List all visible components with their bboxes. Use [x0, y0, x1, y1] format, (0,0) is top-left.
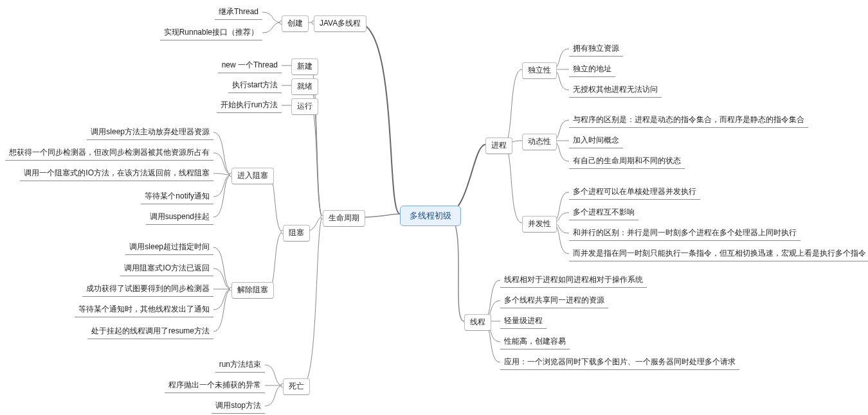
leaf-independence-2: 无授权其他进程无法访问: [569, 83, 662, 98]
leaf-run: 开始执行run方法: [217, 98, 282, 113]
node-process[interactable]: 进程: [485, 137, 512, 154]
node-run[interactable]: 运行: [291, 98, 318, 115]
leaf-enter-1: 想获得一个同步检测器，但改同步检测器被其他资源所占有: [5, 146, 213, 161]
leaf-create-0: 继承Thread: [215, 5, 262, 20]
leaf-exit-2: 成功获得了试图要得到的同步检测器: [82, 282, 213, 297]
leaf-dynamism-0: 与程序的区别是：进程是动态的指令集合，而程序是静态的指令集合: [569, 113, 808, 128]
leaf-enter-4: 调用suspend挂起: [146, 210, 213, 225]
leaf-dynamism-1: 加入时间概念: [569, 134, 623, 148]
leaf-thread-3: 性能高，创建容易: [500, 335, 570, 349]
leaf-exit-0: 调用sleep超过指定时间: [125, 240, 213, 255]
leaf-enter-3: 等待某个notify通知: [141, 190, 213, 204]
leaf-enter-0: 调用sleep方法主动放弃处理器资源: [87, 125, 213, 140]
node-lifecycle[interactable]: 生命周期: [323, 210, 365, 227]
node-dead[interactable]: 死亡: [283, 378, 310, 395]
leaf-exit-4: 处于挂起的线程调用了resume方法: [87, 324, 213, 339]
leaf-concurrency-0: 多个进程可以在单核处理器并发执行: [569, 185, 700, 200]
node-concurrency[interactable]: 并发性: [522, 216, 557, 233]
leaf-enter-2: 调用一个阻塞式的IO方法，在该方法返回前，线程阻塞: [20, 166, 213, 181]
leaf-exit-1: 调用阻塞式IO方法已返回: [120, 261, 213, 276]
leaf-create-1: 实现Runnable接口（推荐）: [160, 26, 262, 40]
node-exit-block[interactable]: 解除阻塞: [231, 282, 274, 299]
node-dynamism[interactable]: 动态性: [522, 134, 557, 150]
leaf-new: new 一个Thread: [218, 58, 282, 73]
node-java[interactable]: JAVA多线程: [314, 15, 366, 32]
node-thread[interactable]: 线程: [464, 314, 491, 331]
leaf-thread-1: 多个线程共享同一进程的资源: [500, 294, 608, 308]
root-node[interactable]: 多线程初级: [400, 206, 461, 226]
leaf-independence-0: 拥有独立资源: [569, 42, 623, 57]
node-block[interactable]: 阻塞: [283, 225, 310, 242]
leaf-ready: 执行start方法: [228, 78, 282, 93]
node-ready[interactable]: 就绪: [291, 78, 318, 95]
leaf-independence-1: 独立的地址: [569, 62, 615, 77]
node-enter-block[interactable]: 进入阻塞: [231, 168, 274, 184]
node-create[interactable]: 创建: [282, 15, 309, 32]
leaf-dynamism-2: 有自己的生命周期和不同的状态: [569, 154, 685, 169]
leaf-dead-2: 调用stop方法: [212, 399, 265, 414]
node-independence[interactable]: 独立性: [522, 62, 557, 79]
leaf-exit-3: 等待某个通知时，其他线程发出了通知: [75, 303, 213, 317]
leaf-concurrency-2: 和并行的区别：并行是同一时刻多个进程在多个处理器上同时执行: [569, 226, 800, 241]
leaf-concurrency-1: 多个进程互不影响: [569, 206, 638, 220]
leaf-thread-0: 线程相对于进程如同进程相对于操作系统: [500, 273, 647, 288]
leaf-concurrency-3: 而并发是指在同一时刻只能执行一条指令，但互相切换迅速，宏观上看是执行多个指令: [569, 247, 868, 261]
node-new[interactable]: 新建: [291, 58, 318, 75]
leaf-thread-2: 轻量级进程: [500, 314, 547, 329]
leaf-thread-4: 应用：一个浏览器同时下载多个图片、一个服务器同时处理多个请求: [500, 355, 739, 370]
leaf-dead-1: 程序抛出一个未捕获的异常: [165, 378, 265, 393]
leaf-dead-0: run方法结束: [215, 358, 265, 373]
